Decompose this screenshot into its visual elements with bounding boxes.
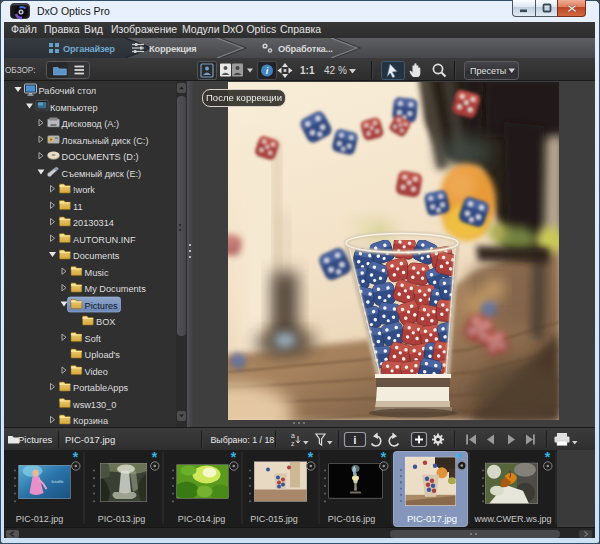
svg-text:wsw130_0: wsw130_0	[72, 400, 116, 410]
svg-text:z: z	[291, 440, 295, 447]
svg-text:kisslife: kisslife	[52, 479, 65, 484]
svg-text:www.CWER.ws.jpg: www.CWER.ws.jpg	[473, 514, 551, 524]
svg-text:Documents: Documents	[73, 251, 120, 261]
svg-text:Pictures: Pictures	[85, 301, 119, 311]
svg-text:PortableApps: PortableApps	[73, 383, 129, 393]
svg-text:!work: !work	[73, 185, 95, 195]
svg-text:Пресеты: Пресеты	[470, 66, 506, 76]
svg-text:Компьютер: Компьютер	[50, 103, 98, 113]
svg-text:Корзина: Корзина	[73, 416, 109, 426]
svg-text:Soft: Soft	[85, 334, 102, 344]
svg-text:ОБЗОР:: ОБЗОР:	[5, 66, 35, 75]
svg-text:20130314: 20130314	[73, 218, 114, 228]
svg-text:PIC-016.jpg: PIC-016.jpg	[328, 514, 376, 524]
svg-text:Обработка...: Обработка...	[278, 44, 333, 54]
svg-text:Съемный диск (E:): Съемный диск (E:)	[62, 169, 142, 179]
svg-text:Pictures: Pictures	[18, 434, 53, 445]
svg-text:Органайзер: Органайзер	[63, 44, 115, 54]
svg-text:42 %: 42 %	[324, 65, 347, 76]
svg-text:AUTORUN.INF: AUTORUN.INF	[73, 235, 136, 245]
svg-text:Upload's: Upload's	[85, 350, 121, 360]
svg-text:11: 11	[73, 202, 83, 212]
svg-text:My Documents: My Documents	[85, 284, 147, 294]
svg-text:BOX: BOX	[96, 317, 115, 327]
svg-text:a: a	[291, 432, 295, 439]
svg-text:Коррекция: Коррекция	[149, 44, 197, 54]
svg-text:PIC-017.jpg: PIC-017.jpg	[65, 434, 115, 445]
svg-text:Выбрано: 1 / 18: Выбрано: 1 / 18	[211, 435, 275, 445]
svg-text:PIC-012.jpg: PIC-012.jpg	[16, 514, 64, 524]
svg-text:Music: Music	[85, 268, 109, 278]
svg-text:PIC-013.jpg: PIC-013.jpg	[98, 514, 146, 524]
svg-text:DOCUMENTS (D:): DOCUMENTS (D:)	[62, 152, 139, 162]
svg-text:PIC-015.jpg: PIC-015.jpg	[250, 514, 298, 524]
svg-text:PIC-014.jpg: PIC-014.jpg	[178, 514, 226, 524]
svg-text:1:1: 1:1	[300, 65, 315, 76]
svg-text:Video: Video	[85, 367, 108, 377]
svg-text:i: i	[354, 435, 357, 446]
svg-text:Локальный диск (C:): Локальный диск (C:)	[62, 136, 149, 146]
svg-text:Дисковод (A:): Дисковод (A:)	[62, 119, 120, 129]
svg-text:Рабочий стол: Рабочий стол	[39, 86, 97, 96]
svg-text:PIC-017.jpg: PIC-017.jpg	[407, 513, 457, 524]
